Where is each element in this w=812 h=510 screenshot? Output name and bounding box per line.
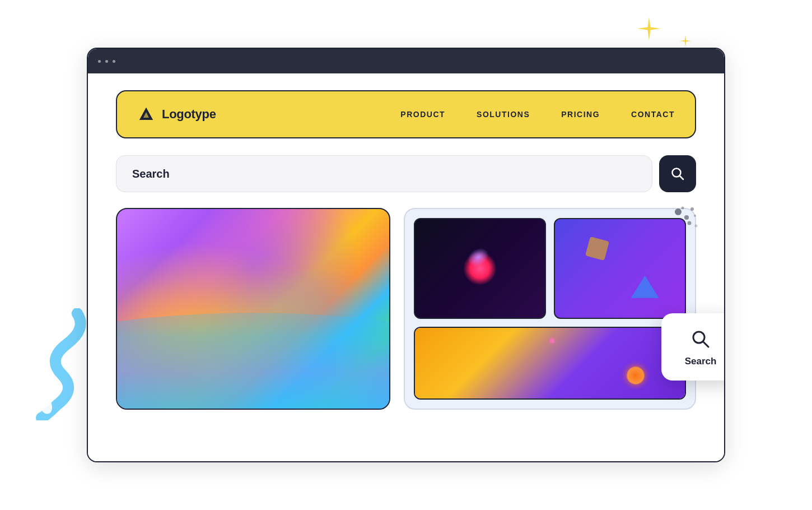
search-input-placeholder: Search xyxy=(132,168,170,180)
search-input-wrapper[interactable]: Search xyxy=(116,155,652,192)
svg-point-6 xyxy=(682,207,684,210)
svg-point-4 xyxy=(684,215,689,220)
search-button[interactable] xyxy=(659,155,696,192)
browser-window: Logotype PRODUCT SOLUTIONS PRICING CONTA… xyxy=(87,48,725,462)
nav-link-solutions[interactable]: SOLUTIONS xyxy=(477,110,530,119)
logo-text: Logotype xyxy=(162,107,216,122)
bottom-card-inner xyxy=(415,328,685,398)
browser-content: Logotype PRODUCT SOLUTIONS PRICING CONTA… xyxy=(88,73,724,462)
svg-point-7 xyxy=(688,221,692,225)
card-right-bottom xyxy=(414,327,686,400)
svg-point-10 xyxy=(695,225,698,228)
browser-titlebar xyxy=(88,49,724,73)
titlebar-dot-2 xyxy=(105,60,108,63)
nav-links: PRODUCT SOLUTIONS PRICING CONTACT xyxy=(400,110,675,119)
squiggle-decoration xyxy=(34,308,95,420)
svg-point-3 xyxy=(675,208,682,215)
titlebar-dot-3 xyxy=(113,60,115,63)
star-decoration-small xyxy=(679,35,692,47)
star-decoration-large xyxy=(636,16,662,41)
mini-card-1 xyxy=(414,218,546,319)
search-badge-label: Search xyxy=(685,356,717,367)
search-badge: Search xyxy=(661,313,725,381)
mini-card-2-inner xyxy=(555,219,685,318)
titlebar-dot-1 xyxy=(98,60,101,63)
svg-line-2 xyxy=(680,176,684,180)
cards-row: Search xyxy=(116,208,696,410)
nav-link-contact[interactable]: CONTACT xyxy=(631,110,675,119)
svg-point-8 xyxy=(694,215,696,217)
search-bar-row: Search xyxy=(116,155,696,192)
svg-point-5 xyxy=(690,207,694,211)
card-right: Search xyxy=(404,208,696,410)
logo-icon xyxy=(137,105,155,123)
mini-card-1-inner xyxy=(415,219,545,318)
search-icon-button xyxy=(670,166,685,182)
search-badge-icon xyxy=(688,327,713,351)
card-right-top xyxy=(414,218,686,319)
card-left-gradient xyxy=(117,209,389,409)
logo-area[interactable]: Logotype xyxy=(137,105,216,123)
nav-link-pricing[interactable]: PRICING xyxy=(561,110,600,119)
mini-card-2 xyxy=(554,218,686,319)
card-left xyxy=(116,208,390,410)
navbar: Logotype PRODUCT SOLUTIONS PRICING CONTA… xyxy=(116,90,696,138)
svg-line-12 xyxy=(703,342,709,347)
nav-link-product[interactable]: PRODUCT xyxy=(400,110,445,119)
